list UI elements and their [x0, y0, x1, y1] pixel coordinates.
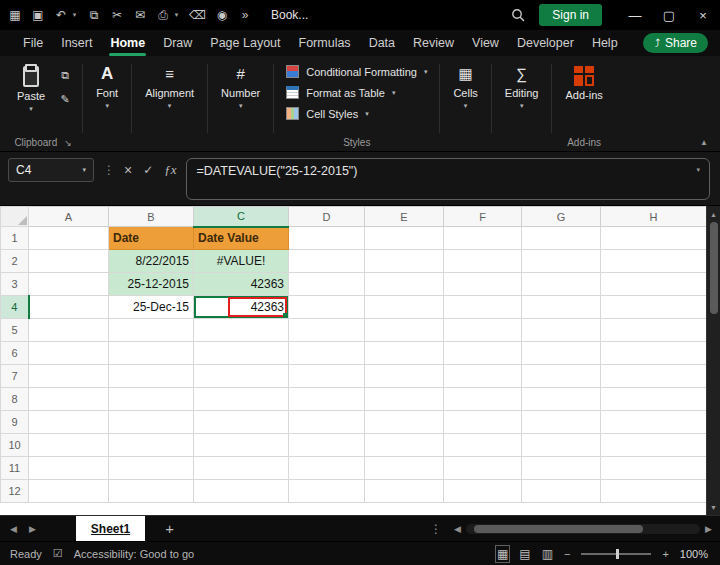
cell-A3[interactable]	[29, 273, 109, 296]
row-header-11[interactable]: 11	[1, 457, 29, 480]
cell-D7[interactable]	[289, 365, 365, 388]
horizontal-scrollbar[interactable]: ◀ ▶	[454, 524, 712, 534]
cell-B12[interactable]	[109, 480, 194, 503]
cell-F5[interactable]	[444, 319, 522, 342]
col-header-A[interactable]: A	[29, 207, 109, 227]
horizontal-scroll-track[interactable]	[466, 524, 700, 534]
alignment-button[interactable]: ≡ Alignment ▾	[138, 61, 201, 113]
name-box-dropdown-icon[interactable]: ▾	[82, 166, 86, 174]
tab-strip-dots-icon[interactable]: ⋮	[430, 522, 442, 536]
qat-dropdown-icon[interactable]: ▾	[173, 11, 180, 19]
cell-A6[interactable]	[29, 342, 109, 365]
number-button[interactable]: # Number ▾	[214, 61, 267, 113]
cell-C3[interactable]: 42363	[194, 273, 289, 296]
zoom-out-icon[interactable]: −	[564, 548, 570, 560]
col-header-C[interactable]: C	[194, 207, 289, 227]
cell-A10[interactable]	[29, 434, 109, 457]
cell-B3[interactable]: 25-12-2015	[109, 273, 194, 296]
cell-D2[interactable]	[289, 250, 365, 273]
scroll-up-icon[interactable]: ▲	[710, 206, 717, 222]
cut-icon[interactable]: ✂	[110, 8, 124, 22]
tab-view[interactable]: View	[463, 30, 508, 56]
quick-print-icon[interactable]: ⎙	[156, 8, 170, 22]
cell-E12[interactable]	[365, 480, 444, 503]
name-box[interactable]: C4 ▾	[8, 158, 94, 182]
row-header-7[interactable]: 7	[1, 365, 29, 388]
cell-G1[interactable]	[522, 227, 601, 250]
cell-E10[interactable]	[365, 434, 444, 457]
cell-B4[interactable]: 25-Dec-15	[109, 296, 194, 319]
sheet-nav-prev-icon[interactable]: ◀	[10, 524, 17, 534]
cell-F8[interactable]	[444, 388, 522, 411]
cell-H11[interactable]	[601, 457, 707, 480]
cell-C6[interactable]	[194, 342, 289, 365]
cell-A9[interactable]	[29, 411, 109, 434]
col-header-B[interactable]: B	[109, 207, 194, 227]
search-icon[interactable]	[511, 8, 525, 22]
col-header-H[interactable]: H	[601, 207, 707, 227]
cell-G7[interactable]	[522, 365, 601, 388]
cell-D12[interactable]	[289, 480, 365, 503]
row-header-3[interactable]: 3	[1, 273, 29, 296]
cell-D1[interactable]	[289, 227, 365, 250]
vertical-scroll-thumb[interactable]	[710, 222, 718, 314]
cell-F2[interactable]	[444, 250, 522, 273]
cell-G12[interactable]	[522, 480, 601, 503]
row-header-2[interactable]: 2	[1, 250, 29, 273]
cell-H12[interactable]	[601, 480, 707, 503]
vertical-scrollbar[interactable]: ▲ ▼	[706, 206, 720, 515]
hscroll-right-icon[interactable]: ▶	[705, 524, 712, 534]
cell-E5[interactable]	[365, 319, 444, 342]
cells-button[interactable]: ▦ Cells ▾	[446, 61, 484, 113]
cell-H9[interactable]	[601, 411, 707, 434]
cancel-icon[interactable]: ×	[124, 162, 132, 178]
formula-input[interactable]: =DATEVALUE("25-12-2015") ▾	[186, 158, 710, 200]
row-header-9[interactable]: 9	[1, 411, 29, 434]
format-painter-button[interactable]: ✎	[54, 89, 76, 109]
cell-C1[interactable]: Date Value	[194, 227, 289, 250]
ribbon-collapse-icon[interactable]: ▲	[700, 138, 708, 147]
clear-icon[interactable]: ⌫	[189, 8, 206, 22]
cell-B1[interactable]: Date	[109, 227, 194, 250]
cell-A1[interactable]	[29, 227, 109, 250]
cell-E8[interactable]	[365, 388, 444, 411]
cell-H8[interactable]	[601, 388, 707, 411]
tab-help[interactable]: Help	[583, 30, 627, 56]
cell-D4[interactable]	[289, 296, 365, 319]
cell-F4[interactable]	[444, 296, 522, 319]
cell-E7[interactable]	[365, 365, 444, 388]
cell-F11[interactable]	[444, 457, 522, 480]
cell-styles-button[interactable]: Cell Styles ▾	[280, 103, 433, 124]
col-header-E[interactable]: E	[365, 207, 444, 227]
cell-G10[interactable]	[522, 434, 601, 457]
cell-A4[interactable]	[29, 296, 109, 319]
row-header-1[interactable]: 1	[1, 227, 29, 250]
cell-C5[interactable]	[194, 319, 289, 342]
cell-G6[interactable]	[522, 342, 601, 365]
cell-H5[interactable]	[601, 319, 707, 342]
cell-G4[interactable]	[522, 296, 601, 319]
col-header-F[interactable]: F	[444, 207, 522, 227]
cell-F6[interactable]	[444, 342, 522, 365]
mail-icon[interactable]: ✉	[133, 8, 147, 22]
row-header-4[interactable]: 4	[1, 296, 29, 319]
document-title[interactable]: Book...	[271, 8, 308, 22]
format-as-table-button[interactable]: Format as Table ▾	[280, 82, 433, 103]
sheet-nav-next-icon[interactable]: ▶	[29, 524, 36, 534]
normal-view-icon[interactable]: ▦	[497, 547, 508, 561]
row-header-12[interactable]: 12	[1, 480, 29, 503]
formula-bar-expand-icon[interactable]: ▾	[696, 166, 700, 174]
cell-B2[interactable]: 8/22/2015	[109, 250, 194, 273]
cell-B10[interactable]	[109, 434, 194, 457]
cell-C10[interactable]	[194, 434, 289, 457]
tab-data[interactable]: Data	[360, 30, 404, 56]
cell-F12[interactable]	[444, 480, 522, 503]
cell-F9[interactable]	[444, 411, 522, 434]
cell-E3[interactable]	[365, 273, 444, 296]
cell-D8[interactable]	[289, 388, 365, 411]
col-header-D[interactable]: D	[289, 207, 365, 227]
share-button[interactable]: ⤴ Share	[643, 33, 708, 53]
scroll-down-icon[interactable]: ▼	[710, 499, 717, 515]
copy-icon[interactable]: ⧉	[87, 8, 101, 22]
cell-A12[interactable]	[29, 480, 109, 503]
